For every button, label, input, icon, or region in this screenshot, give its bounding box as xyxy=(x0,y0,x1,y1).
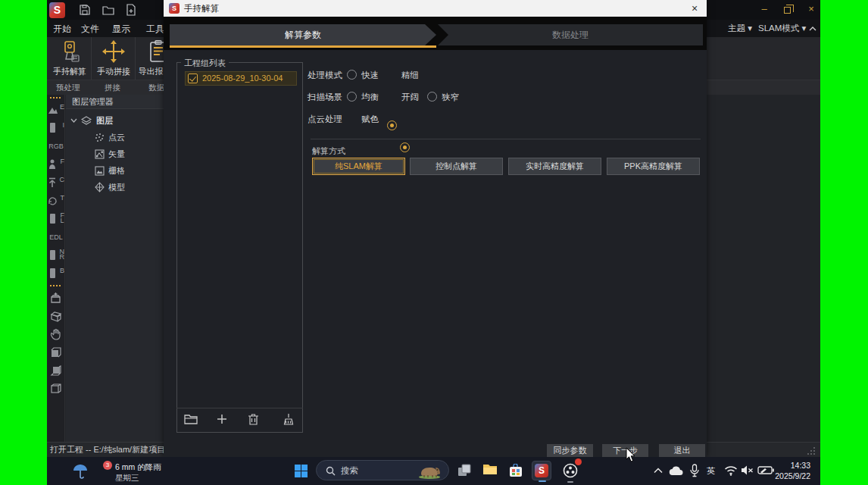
sidebar-tool-pan[interactable] xyxy=(47,325,65,343)
sidebar-item-b[interactable]: B xyxy=(47,264,65,283)
layer-item-model[interactable]: 模型 xyxy=(66,179,164,196)
store-bag-icon xyxy=(509,464,523,477)
slam-mode-dropdown[interactable]: SLAM模式 ▾ xyxy=(758,23,806,34)
weather-line1: 6 mm 的降雨 xyxy=(115,462,161,473)
weather-badge: 3 xyxy=(103,461,112,470)
radio-open[interactable] xyxy=(400,142,410,152)
radio-fast-label[interactable]: 快速 xyxy=(361,70,379,81)
layer-item-vector[interactable]: 矢量 xyxy=(66,146,164,162)
cube-wire-icon xyxy=(50,383,62,395)
radio-narrow-label[interactable]: 狭窄 xyxy=(442,92,459,103)
ribbon-handheld-solve-button[interactable]: 手持解算 xyxy=(50,39,89,78)
resize-grip-icon[interactable] xyxy=(806,447,816,455)
taskbar-app-file-explorer[interactable] xyxy=(480,461,500,480)
theme-dropdown[interactable]: 主题 ▾ xyxy=(728,23,752,34)
taskbar-app-store[interactable] xyxy=(506,461,526,480)
windows-taskbar: 3 6 mm 的降雨 星期三 搜索 S xyxy=(47,457,820,485)
sidebar-item-intensity[interactable]: I xyxy=(47,119,65,137)
wifi-icon[interactable] xyxy=(724,465,738,476)
minimize-button[interactable]: – xyxy=(756,3,773,15)
sidebar-tool-cube-wire[interactable] xyxy=(47,380,65,398)
dialog-titlebar[interactable]: S 手持解算 × xyxy=(164,0,707,17)
weather-widget[interactable]: 3 6 mm 的降雨 星期三 xyxy=(70,459,168,483)
solve-ppk-hp-button[interactable]: PPK高精度解算 xyxy=(607,158,700,175)
add-project-button[interactable] xyxy=(216,413,231,428)
menu-file[interactable]: 文件 xyxy=(81,23,99,35)
clean-button[interactable] xyxy=(281,413,296,428)
solve-method-legend: 解算方式 xyxy=(312,146,345,157)
project-checkbox[interactable] xyxy=(188,74,198,83)
delete-project-button[interactable] xyxy=(248,413,263,428)
dialog-title: 手持解算 xyxy=(184,3,219,14)
start-button[interactable] xyxy=(292,462,311,480)
sidebar-item-edl[interactable]: EDL xyxy=(47,228,65,246)
battery-pen-icon[interactable] xyxy=(757,465,774,475)
sidebar-separator xyxy=(50,285,62,286)
search-icon xyxy=(326,466,336,476)
radio-fine-label[interactable]: 精细 xyxy=(401,70,419,81)
menu-display[interactable]: 显示 xyxy=(112,23,130,35)
radio-balanced-label[interactable]: 均衡 xyxy=(361,92,379,103)
ribbon-export-report-button[interactable]: 导出报 xyxy=(138,39,164,78)
sidebar-item-rgb[interactable]: RGB xyxy=(47,137,65,155)
dialog-close-button[interactable]: × xyxy=(687,1,702,16)
sidebar-tool-box[interactable] xyxy=(47,307,65,325)
sidebar-item-t[interactable]: T xyxy=(47,192,65,210)
ime-indicator[interactable]: 英 xyxy=(707,465,715,477)
layer-item-pointcloud[interactable]: 点云 xyxy=(66,129,164,146)
restore-button[interactable] xyxy=(779,3,795,15)
taskbar-search[interactable]: 搜索 xyxy=(316,460,449,480)
onedrive-cloud-icon[interactable] xyxy=(669,465,684,476)
project-list-item[interactable]: 2025-08-29_10-30-04 xyxy=(185,71,297,86)
radio-fine[interactable] xyxy=(387,120,397,130)
solve-realtime-hp-button[interactable]: 实时高精度解算 xyxy=(508,158,601,175)
save-icon[interactable] xyxy=(79,4,91,16)
taskbar-app-obs[interactable] xyxy=(560,461,580,480)
new-file-icon[interactable] xyxy=(125,4,137,16)
close-button[interactable]: × xyxy=(803,3,820,15)
radio-narrow[interactable] xyxy=(427,92,437,102)
ribbon-manual-stitch-button[interactable]: 手动拼接 xyxy=(94,39,133,78)
solve-control-point-button[interactable]: 控制点解算 xyxy=(410,158,503,175)
taskbar-app-task-view[interactable] xyxy=(454,461,474,480)
pointcloud-process-label: 点云处理 xyxy=(308,114,342,125)
solve-pure-slam-button[interactable]: 纯SLAM解算 xyxy=(312,158,405,175)
radio-open-label[interactable]: 开阔 xyxy=(401,92,419,103)
sidebar-tool-cube-front[interactable] xyxy=(47,343,65,361)
taskbar-app-slam-active[interactable]: S xyxy=(532,461,551,480)
colorize-label[interactable]: 赋色 xyxy=(361,114,379,125)
volume-muted-icon[interactable] xyxy=(741,465,754,476)
raster-icon xyxy=(95,166,105,176)
exit-button[interactable]: 退出 xyxy=(659,444,705,458)
report-clipboard-icon xyxy=(148,40,164,63)
sidebar-item-nr[interactable]: N R xyxy=(47,246,65,264)
vector-icon xyxy=(95,149,105,159)
ribbon-group-label: 预处理 xyxy=(56,83,80,93)
layer-item-raster[interactable]: 栅格 xyxy=(66,162,164,179)
sidebar-item-f[interactable]: F xyxy=(47,155,65,174)
sync-params-button[interactable]: 同步参数 xyxy=(547,444,593,458)
radio-fast[interactable] xyxy=(347,70,357,80)
folder-icon xyxy=(482,463,498,476)
tab-solve-params[interactable]: 解算参数 xyxy=(170,24,436,45)
sidebar-tool-cube-back[interactable] xyxy=(47,361,65,380)
sidebar-item-elevation[interactable]: E xyxy=(47,101,65,119)
process-mode-label: 处理模式 xyxy=(308,70,342,81)
search-highlight-capybara-icon[interactable] xyxy=(417,463,442,479)
tab-data-processing[interactable]: 数据处理 xyxy=(438,24,703,45)
open-project-icon[interactable] xyxy=(102,4,114,16)
open-folder-button[interactable] xyxy=(184,413,199,428)
sidebar-item-fl[interactable]: F L xyxy=(47,210,65,228)
weather-line2: 星期三 xyxy=(115,473,139,483)
collapse-ribbon-icon[interactable] xyxy=(809,26,816,32)
menu-start[interactable]: 开始 xyxy=(53,23,71,35)
sidebar-tool-add-box[interactable] xyxy=(47,289,65,307)
up-arrow-icon xyxy=(48,177,58,188)
tray-clock[interactable]: 14:33 2025/9/22 xyxy=(773,460,810,481)
menu-tools[interactable]: 工具 xyxy=(146,23,164,35)
microphone-icon[interactable] xyxy=(690,464,699,477)
layer-tree-root[interactable]: 图层 xyxy=(66,112,164,129)
tray-expand-icon[interactable] xyxy=(654,468,663,474)
sidebar-item-c[interactable]: C xyxy=(47,174,65,192)
radio-balanced[interactable] xyxy=(347,92,357,102)
